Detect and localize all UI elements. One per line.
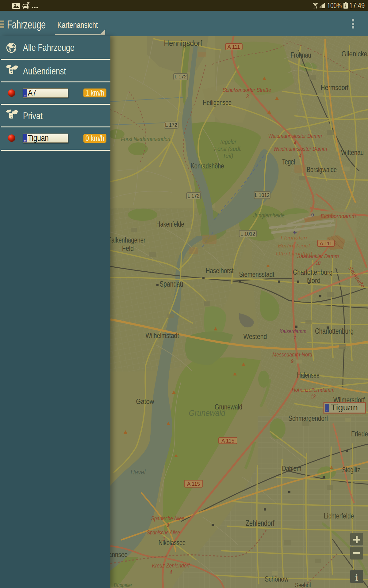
svg-text:i: i bbox=[355, 572, 358, 582]
svg-text:100%: 100% bbox=[327, 1, 342, 10]
svg-text:Kartenansicht: Kartenansicht bbox=[57, 21, 98, 30]
svg-text:17:49: 17:49 bbox=[349, 1, 365, 10]
svg-text:Fahrzeuge: Fahrzeuge bbox=[7, 18, 46, 31]
